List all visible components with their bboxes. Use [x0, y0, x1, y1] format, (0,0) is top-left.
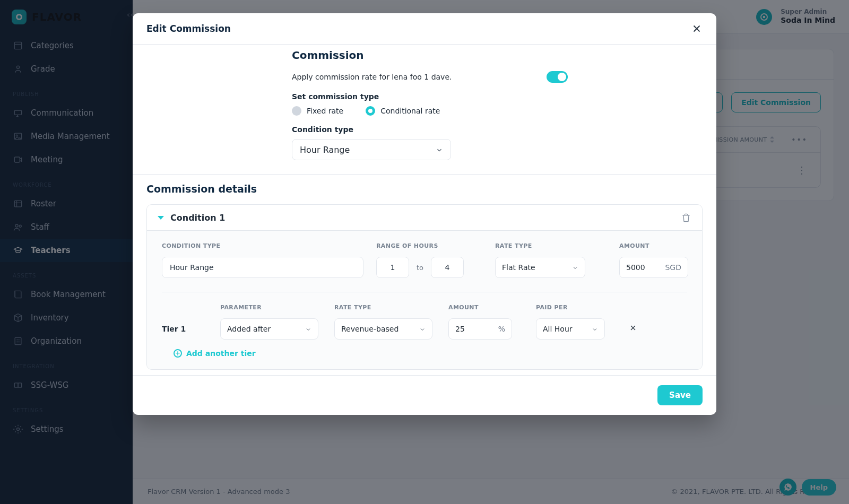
col-range: RANGE OF HOURS [376, 242, 482, 249]
condition-type-value: Hour Range [300, 145, 350, 155]
col-condition-type: CONDITION TYPE [162, 242, 363, 249]
caret-down-icon[interactable] [158, 216, 164, 220]
commission-type-label: Set commission type [292, 92, 703, 101]
edit-commission-modal: Edit Commission Commission Apply commiss… [133, 13, 716, 415]
radio-dot-active [366, 106, 375, 116]
chevron-down-icon [592, 326, 598, 332]
col-tier-rate-type: RATE TYPE [334, 304, 432, 311]
col-paid-per: PAID PER [536, 304, 613, 311]
tier-rate-type-value: Revenue-based [341, 325, 398, 333]
condition-title: Condition 1 [170, 213, 225, 223]
col-rate-type: RATE TYPE [495, 242, 607, 249]
tier-amount-value: 25 [455, 325, 465, 333]
commission-details-heading: Commission details [133, 175, 716, 204]
close-icon[interactable] [691, 23, 703, 34]
chevron-down-icon [305, 326, 311, 332]
col-tier-amount: AMOUNT [448, 304, 520, 311]
radio-fixed-label: Fixed rate [307, 107, 343, 115]
radio-fixed-rate[interactable]: Fixed rate [292, 106, 343, 116]
range-to-label: to [417, 264, 423, 272]
modal-title: Edit Commission [146, 23, 231, 34]
chevron-down-icon [419, 326, 426, 332]
tier-parameter-value: Added after [227, 325, 271, 333]
range-to-input[interactable] [431, 257, 464, 278]
condition-type-input[interactable] [162, 257, 363, 278]
tier-amount-input[interactable]: 25 % [448, 318, 512, 340]
range-from-input[interactable] [376, 257, 409, 278]
radio-conditional-label: Conditional rate [380, 107, 440, 115]
amount-value: 5000 [626, 263, 645, 272]
section-commission-heading: Commission [292, 49, 703, 62]
condition-type-label: Condition type [292, 125, 703, 134]
chevron-down-icon [436, 146, 443, 153]
tier-paid-per-select[interactable]: All Hour [536, 318, 605, 340]
rate-type-value: Flat Rate [502, 263, 535, 272]
save-button[interactable]: Save [657, 385, 703, 405]
amount-currency: SGD [665, 263, 681, 272]
modal-overlay: Edit Commission Commission Apply commiss… [0, 0, 849, 504]
amount-input[interactable]: 5000 SGD [619, 257, 688, 278]
condition-card: Condition 1 CONDITION TYPE RANGE OF HOUR… [146, 204, 703, 370]
tier-parameter-select[interactable]: Added after [220, 318, 318, 340]
rate-type-select[interactable]: Flat Rate [495, 257, 585, 278]
plus-icon: + [174, 349, 182, 358]
tier-rate-type-select[interactable]: Revenue-based [334, 318, 432, 340]
apply-description: Apply commission rate for lena foo 1 dav… [292, 73, 452, 81]
radio-conditional-rate[interactable]: Conditional rate [366, 106, 440, 116]
apply-toggle[interactable] [547, 71, 568, 83]
tier-label: Tier 1 [162, 325, 204, 333]
col-parameter: PARAMETER [220, 304, 318, 311]
add-tier-button[interactable]: + Add another tier [174, 349, 256, 358]
tier-amount-suffix: % [498, 325, 505, 333]
condition-type-select[interactable]: Hour Range [292, 139, 451, 160]
remove-tier-icon[interactable] [629, 324, 645, 334]
chevron-down-icon [572, 264, 578, 271]
add-tier-label: Add another tier [186, 349, 256, 358]
tier-paid-per-value: All Hour [543, 325, 573, 333]
trash-icon[interactable] [681, 212, 691, 223]
radio-dot [292, 106, 301, 116]
col-amount-header: AMOUNT [619, 242, 703, 249]
